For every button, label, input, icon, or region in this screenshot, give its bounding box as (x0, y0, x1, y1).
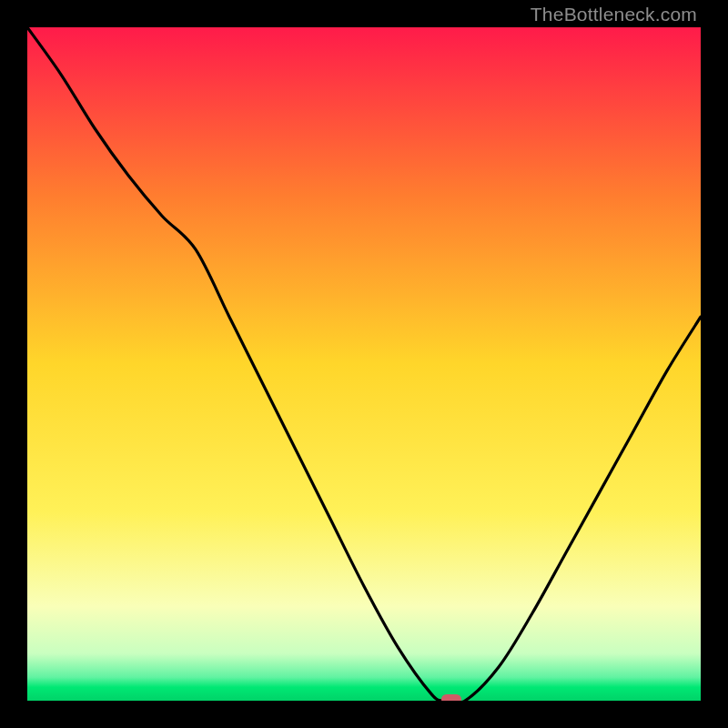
watermark-text: TheBottleneck.com (531, 4, 697, 25)
svg-rect-0 (27, 27, 701, 701)
plot-area (27, 27, 701, 701)
background-gradient (27, 27, 701, 701)
chart-frame: TheBottleneck.com (0, 0, 728, 728)
minimum-marker-icon (441, 694, 461, 701)
